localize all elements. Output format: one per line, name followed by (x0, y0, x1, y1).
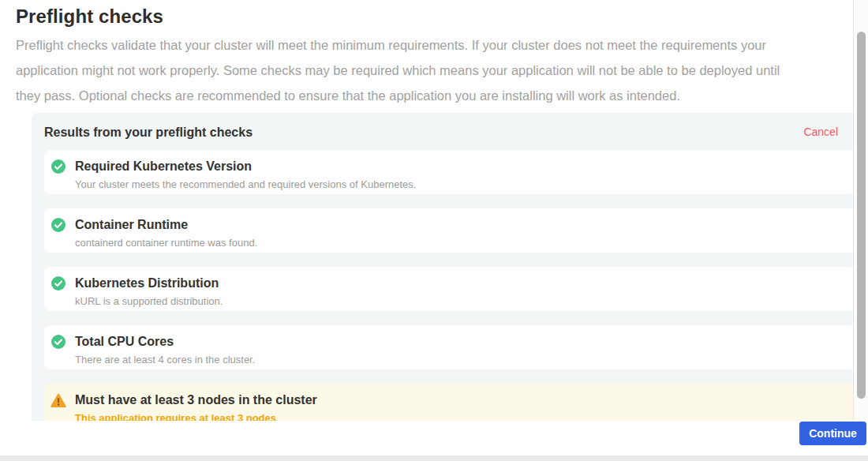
check-text: Kubernetes Distribution kURL is a suppor… (75, 275, 223, 308)
check-title: Total CPU Cores (75, 334, 255, 349)
preflight-check-card: Total CPU Cores There are at least 4 cor… (44, 325, 855, 369)
preflight-checks-page: Preflight checks Preflight checks valida… (0, 0, 868, 461)
bottom-action-bar: Continue (0, 421, 868, 455)
description-line: Preflight checks validate that your clus… (16, 32, 852, 58)
check-text: Must have at least 3 nodes in the cluste… (75, 392, 317, 425)
bottom-page-strip (0, 455, 868, 461)
check-text: Total CPU Cores There are at least 4 cor… (75, 334, 255, 366)
panel-header: Results from your preflight checks Cance… (44, 125, 855, 140)
warning-triangle-icon (51, 392, 66, 408)
continue-button[interactable]: Continue (799, 422, 866, 445)
check-circle-icon (51, 334, 66, 350)
main-content: Preflight checks Preflight checks valida… (0, 0, 868, 461)
description-line: they pass. Optional checks are recommend… (16, 83, 852, 108)
preflight-results-panel: Results from your preflight checks Cance… (32, 113, 868, 461)
check-text: Required Kubernetes Version Your cluster… (75, 159, 416, 191)
check-text: Container Runtime containerd container r… (75, 217, 257, 249)
check-title: Required Kubernetes Version (75, 159, 416, 174)
page-description: Preflight checks validate that your clus… (16, 32, 852, 108)
check-title: Kubernetes Distribution (75, 275, 223, 290)
check-title: Must have at least 3 nodes in the cluste… (75, 392, 317, 407)
check-message: kURL is a supported distribution. (75, 295, 223, 308)
check-circle-icon (51, 275, 66, 291)
check-circle-icon (51, 217, 66, 233)
check-circle-icon (51, 159, 66, 174)
check-message: Your cluster meets the recommended and r… (75, 178, 416, 191)
check-title: Container Runtime (75, 217, 257, 232)
preflight-check-card: Required Kubernetes Version Your cluster… (44, 150, 855, 194)
description-line: application might not work properly. Som… (16, 58, 852, 83)
cancel-button[interactable]: Cancel (803, 125, 838, 140)
preflight-check-card: Container Runtime containerd container r… (44, 208, 855, 253)
check-message: There are at least 4 cores in the cluste… (75, 354, 255, 366)
scrollbar-track[interactable] (853, 0, 868, 421)
scrollbar-thumb[interactable] (857, 32, 866, 399)
check-message: containerd container runtime was found. (75, 237, 257, 249)
page-title: Preflight checks (16, 5, 852, 28)
preflight-check-card: Kubernetes Distribution kURL is a suppor… (44, 267, 855, 311)
results-title: Results from your preflight checks (44, 125, 253, 140)
